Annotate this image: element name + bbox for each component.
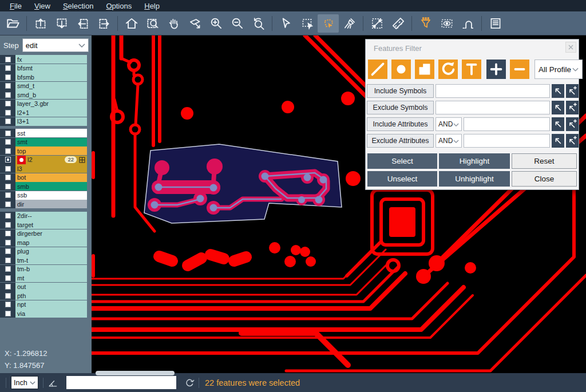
layer-checkbox-out[interactable]: [0, 283, 15, 291]
snap-mode-button[interactable]: [457, 14, 478, 33]
pan-left-button[interactable]: [72, 14, 93, 33]
pan-up-button[interactable]: [30, 14, 51, 33]
layer-band-smd_t[interactable]: smd_t: [15, 82, 87, 90]
exclude-attributes-pick-button[interactable]: [552, 134, 564, 148]
layer-checkbox-layer_3.gbr[interactable]: [0, 100, 15, 108]
layer-checkbox-fx[interactable]: [0, 55, 15, 64]
layer-band-bot[interactable]: bot: [15, 173, 87, 182]
layer-band-layer_3.gbr[interactable]: layer_3.gbr: [15, 100, 87, 108]
layer-checkbox-npt[interactable]: [0, 300, 15, 309]
layer-band-tm-t[interactable]: tm-t: [15, 256, 87, 264]
layer-checkbox-top[interactable]: [0, 146, 15, 155]
angle-mode-icon[interactable]: [47, 377, 58, 389]
layer-band-pth[interactable]: pth: [15, 291, 87, 300]
layer-band-dirgerber[interactable]: dirgerber: [15, 229, 87, 238]
filter-surface-button[interactable]: [415, 60, 434, 79]
layer-checkbox-map[interactable]: [0, 238, 15, 247]
exclude-attributes-input[interactable]: [464, 134, 550, 148]
include-attributes-input[interactable]: [464, 117, 550, 131]
layer-checkbox-l3+1[interactable]: [0, 117, 15, 126]
zoom-selection-button[interactable]: [184, 14, 205, 33]
reset-button[interactable]: Reset: [512, 153, 577, 169]
clear-brush-button[interactable]: [339, 14, 360, 33]
include-attributes-pick-add-button[interactable]: [566, 117, 579, 131]
include-symbols-button[interactable]: Include Symbols: [367, 84, 434, 98]
layer-band-top[interactable]: top: [15, 146, 87, 155]
layer-checkbox-tm-b[interactable]: [0, 265, 15, 274]
select-pointer-button[interactable]: [275, 14, 296, 33]
layer-checkbox-pth[interactable]: [0, 291, 15, 300]
layer-checkbox-smb[interactable]: [0, 182, 15, 191]
layer-checkbox-mt[interactable]: [0, 274, 15, 282]
exclude-symbols-pick-button[interactable]: [552, 101, 564, 114]
close-button[interactable]: Close: [512, 171, 577, 187]
zoom-out-button[interactable]: [227, 14, 248, 33]
dialog-close-button[interactable]: [565, 42, 576, 53]
layer-band-bfsmt[interactable]: bfsmt: [15, 64, 87, 73]
layer-band-tm-b[interactable]: tm-b: [15, 265, 87, 274]
feature-info-button[interactable]: [485, 14, 506, 33]
layer-checkbox-target[interactable]: [0, 220, 15, 229]
layer-grid-icon[interactable]: [79, 157, 85, 163]
filter-pad-button[interactable]: [391, 60, 411, 79]
layer-checkbox-smd_t[interactable]: [0, 82, 15, 90]
layer-checkbox-via[interactable]: [0, 309, 15, 318]
layer-checkbox-ssb[interactable]: [0, 191, 15, 200]
layer-checkbox-bfsmt[interactable]: [0, 64, 15, 73]
profile-select[interactable]: All Profile: [534, 60, 583, 79]
layer-band-fx[interactable]: fx: [15, 55, 87, 64]
select-polygon-button[interactable]: [318, 14, 339, 33]
layer-band-target[interactable]: target: [15, 220, 87, 229]
exclude-symbols-pick-add-button[interactable]: [566, 101, 579, 114]
filter-negative-button[interactable]: [510, 60, 529, 79]
layer-band-plug[interactable]: plug: [15, 247, 87, 256]
select-rectangle-button[interactable]: [296, 14, 318, 33]
select-button[interactable]: Select: [367, 153, 437, 169]
exclude-attributes-button[interactable]: Exclude Attributes: [367, 134, 434, 148]
menu-item-file[interactable]: File: [3, 2, 28, 10]
layer-band-sst[interactable]: sst: [15, 129, 87, 137]
exclude-symbols-input[interactable]: [435, 101, 550, 114]
layer-band-l2[interactable]: l222: [15, 156, 87, 164]
menu-item-options[interactable]: Options: [100, 2, 138, 10]
measure-distance-button[interactable]: [366, 14, 387, 33]
pan-right-button[interactable]: [93, 14, 114, 33]
exclude-attributes-pick-add-button[interactable]: [566, 134, 579, 148]
layer-band-map[interactable]: map: [15, 238, 87, 247]
features-filter-button[interactable]: [415, 14, 436, 33]
include-attributes-button[interactable]: Include Attributes: [367, 117, 434, 131]
layer-checkbox-l2+1[interactable]: [0, 108, 15, 117]
layer-band-via[interactable]: via: [15, 309, 87, 318]
layer-band-l3+1[interactable]: l3+1: [15, 117, 87, 126]
unselect-button[interactable]: Unselect: [367, 171, 437, 187]
layer-band-out[interactable]: out: [15, 283, 87, 291]
layer-checkbox-smd_b[interactable]: [0, 90, 15, 99]
layer-band-2dir--[interactable]: 2dir--: [15, 212, 87, 220]
measure-ruler-button[interactable]: [387, 14, 409, 33]
include-attributes-and-select[interactable]: AND: [435, 117, 462, 131]
command-input[interactable]: [66, 376, 176, 389]
layer-band-bfsmb[interactable]: bfsmb: [15, 73, 87, 81]
pan-down-button[interactable]: [51, 14, 72, 33]
layer-checkbox-tm-t[interactable]: [0, 256, 15, 264]
include-symbols-pick-add-button[interactable]: [566, 84, 579, 98]
include-symbols-pick-button[interactable]: [552, 84, 564, 98]
exclude-symbols-button[interactable]: Exclude Symbols: [367, 101, 434, 114]
zoom-in-button[interactable]: [205, 14, 227, 33]
layer-band-dir[interactable]: dir: [15, 200, 87, 208]
horizontal-scrollbar-thumb[interactable]: [96, 371, 175, 375]
layer-checkbox-bfsmb[interactable]: [0, 73, 15, 81]
menu-item-selection[interactable]: Selection: [57, 2, 100, 10]
filter-positive-button[interactable]: [486, 60, 506, 79]
layer-checkbox-l3[interactable]: [0, 164, 15, 173]
open-file-button[interactable]: [2, 14, 23, 33]
filter-line-button[interactable]: [368, 60, 387, 79]
layer-checkbox-2dir--[interactable]: [0, 212, 15, 220]
highlight-button[interactable]: Highlight: [439, 153, 510, 169]
menu-item-help[interactable]: Help: [138, 2, 166, 10]
layer-band-l2+1[interactable]: l2+1: [15, 108, 87, 117]
menu-item-view[interactable]: View: [28, 2, 57, 10]
layer-checkbox-plug[interactable]: [0, 247, 15, 256]
include-attributes-pick-button[interactable]: [552, 117, 564, 131]
zoom-window-button[interactable]: [142, 14, 163, 33]
